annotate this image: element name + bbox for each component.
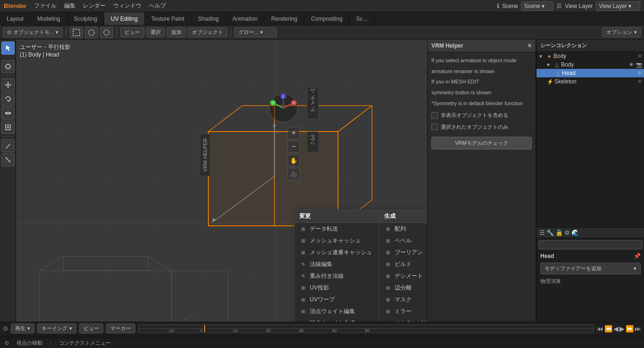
scene-item-body-mesh[interactable]: ▼ △ Body 👁 📷 [537,60,644,69]
ctx-item-uv-project[interactable]: ⊞UV投影 [295,282,379,294]
vrm-helper-side-tab[interactable]: VRM HELPER [200,134,210,176]
ctx-item-weighted-normal[interactable]: ✎重み付き法線 [295,270,379,282]
scene-vis-body-collection[interactable]: 👁 [637,53,643,59]
keying-btn[interactable]: キーイング ▾ [37,323,76,333]
scene-item-body-collection[interactable]: ▼ ● Body 👁 [537,52,644,60]
rotate-tool-btn[interactable] [1,92,15,106]
select-lasso-btn[interactable] [100,27,113,38]
select-circle-btn[interactable] [85,27,98,38]
props-pin-icon[interactable]: 📌 [634,253,641,259]
vrm-close-icon[interactable]: ✕ [527,42,532,49]
tab-animation[interactable]: Animation [226,12,264,25]
ctx-item-boolean[interactable]: ⊞ブーリアン [380,247,427,258]
tab-sc[interactable]: Sc... [349,12,374,25]
mode-select[interactable]: ⊙ オブジェクトモ... ▾ [3,27,63,37]
props-search-input[interactable] [538,240,643,249]
props-icon-1[interactable]: ☰ [539,229,545,236]
scene-dropdown[interactable]: Scene ▾ [521,1,553,11]
timeline-scrubber[interactable]: −10 0 10 20 30 40 50 [138,324,594,333]
vrm-checkbox-hidden-objects[interactable] [431,112,438,119]
transform-tool-btn[interactable] [1,121,15,134]
marker-btn[interactable]: マーカー [106,323,135,333]
view-layer-dropdown[interactable]: View Layer ▾ [596,1,640,11]
hand-tool-btn[interactable]: ✋ [288,154,300,166]
body-vis-icon[interactable]: 👁 [629,62,634,68]
menu-help[interactable]: ヘルプ [145,0,170,12]
scene-expand-body[interactable]: ▼ [538,54,545,59]
select-tool-btn[interactable] [1,41,15,55]
move-tool-btn[interactable] [1,78,15,91]
select-menu[interactable]: 選択 [146,27,165,37]
tab-modeling[interactable]: Modeling [31,12,67,25]
props-icon-4[interactable]: ⚙ [564,229,570,236]
tab-compositing[interactable]: Compositing [305,12,350,25]
viewport[interactable]: ユーザー・平行投影 (1) Body | Head X Y Z + − ✋ 🎥 [16,40,427,322]
annotate-tool-btn[interactable] [1,139,15,152]
ctx-item-mask[interactable]: ⊞マスク [380,294,427,306]
ctx-item-decimate[interactable]: ⊞デシメート [380,270,427,282]
ctx-item-vertex-weight-edit[interactable]: ⊞頂点ウェイト編集 [295,306,379,317]
scene-item-head-mesh[interactable]: △ Head 👁 [537,69,644,77]
ctx-item-build[interactable]: ⊞ビルド [380,258,427,270]
timeline-view-btn[interactable]: ビュー [79,323,103,333]
ctx-item-normal-edit[interactable]: ✎法線編集 [295,258,379,270]
select-box-btn[interactable] [70,27,83,38]
options-btn[interactable]: オプション ▾ [602,27,641,37]
prev-frame-btn[interactable]: ⏪ [604,325,612,332]
tool-side-tab[interactable]: ツール [307,132,319,152]
props-icon-2[interactable]: 🔧 [546,229,554,236]
ctx-item-mirror[interactable]: ⊞ミラー [380,306,427,317]
scale-tool-btn[interactable] [1,107,15,120]
lt-separator-2 [2,75,14,76]
play-reverse-btn[interactable]: ◀ [613,325,619,332]
tab-layout[interactable]: Layout [0,12,31,25]
ctx-item-bevel[interactable]: ⊞ベベル [380,235,427,247]
camera-view-btn[interactable]: 🎥 [288,168,300,180]
play-forward-btn[interactable]: ▶ [619,325,625,332]
viewport-projection: ユーザー・平行投影 [20,43,71,51]
menu-window[interactable]: ウィンドウ [109,0,145,12]
transform-global[interactable]: グロー... ▾ [234,27,277,37]
svg-text:0: 0 [200,328,202,333]
zoom-in-btn[interactable]: + [288,127,300,139]
object-menu[interactable]: オブジェクト [188,27,227,37]
body-render-icon[interactable]: 📷 [636,62,643,68]
scene-expand-body-mesh[interactable]: ▼ [546,62,553,67]
view-menu[interactable]: ビュー [120,27,144,37]
next-frame-btn[interactable]: ⏩ [626,325,634,332]
items-side-tab[interactable]: アイテム [307,87,319,119]
ctx-item-edge-split[interactable]: ⊞辺分離 [380,282,427,294]
vrm-check-button[interactable]: VRMモデルのチェック [431,137,532,149]
props-icon-5[interactable]: 🌊 [571,229,579,236]
add-menu[interactable]: 追加 [167,27,186,37]
svg-rect-51 [63,257,148,271]
zoom-out-btn[interactable]: − [288,141,300,153]
ctx-item-multiresolution[interactable]: ⊞マルチレゾリューション [380,317,427,322]
playback-btn[interactable]: 再生 ▾ [11,323,34,333]
jump-start-btn[interactable]: ⏮ [597,325,603,332]
cursor-tool-btn[interactable] [1,60,15,73]
add-modifier-btn[interactable]: モディファイアーを追加 ▾ [540,263,641,274]
menu-edit[interactable]: 編集 [60,0,79,12]
jump-end-btn[interactable]: ⏭ [635,325,641,332]
vrm-checkbox-selected-only[interactable] [431,124,438,130]
ctx-item-vertex-weight-mix[interactable]: ⊞頂点ウェイト合成 [295,317,379,322]
tab-sculpting[interactable]: Sculpting [67,12,104,25]
scene-vis-skeleton[interactable]: 👁 [637,79,643,84]
scene-item-skeleton[interactable]: ⚡ Skeleton 👁 [537,77,644,86]
ctx-item-mesh-cache[interactable]: ⊞メッシュキャッシュ [295,235,379,247]
tab-texture-paint[interactable]: Texture Paint [145,12,191,25]
tab-uv-editing[interactable]: UV Editing [104,12,145,25]
props-icon-3[interactable]: 🔒 [555,229,563,236]
ctx-item-mesh-seq-cache[interactable]: ⊞メッシュ連番キャッシュ [295,247,379,258]
measure-tool-btn[interactable] [1,153,15,166]
menu-render[interactable]: レンダー [79,0,109,12]
head-vis-icon[interactable]: 👁 [637,70,643,76]
menu-file[interactable]: ファイル [30,0,60,12]
ctx-item-array[interactable]: ⊞配列 [380,223,427,235]
ctx-item-data-transfer[interactable]: ⊞データ転送 [295,223,379,235]
ctx-item-uv-warp[interactable]: ⊞UVワープ [295,294,379,306]
nav-gizmo[interactable]: X Y Z [267,91,300,124]
tab-rendering[interactable]: Rendering [264,12,304,25]
tab-shading[interactable]: Shading [191,12,226,25]
